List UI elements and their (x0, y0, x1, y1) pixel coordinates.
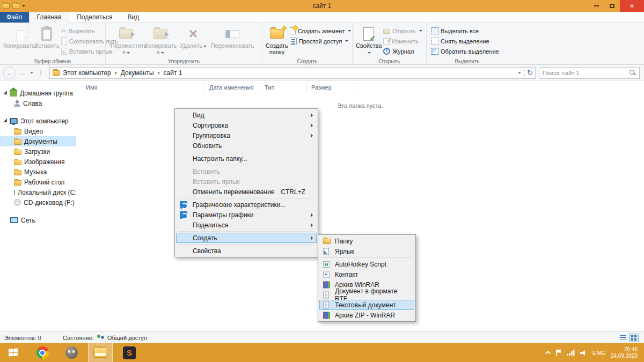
menu-item-customize-folder[interactable]: Настроить папку... (176, 153, 317, 164)
sidebar-item-this-pc[interactable]: Этот компьютер (0, 116, 76, 126)
start-button[interactable] (0, 343, 26, 362)
tab-share[interactable]: Поделиться (69, 12, 120, 23)
icons-view-button[interactable] (629, 334, 639, 342)
history-button[interactable]: Журнал (382, 46, 423, 56)
expand-arrow-icon[interactable] (3, 91, 7, 94)
up-button[interactable]: ↑ (34, 67, 47, 79)
sidebar-item-desktop[interactable]: Рабочий стол (0, 177, 76, 187)
sidebar-item-user[interactable]: Слава (0, 98, 76, 108)
forward-button[interactable]: → (16, 67, 29, 79)
taskbar-chrome[interactable] (30, 343, 55, 362)
properties-button[interactable]: Свойства (356, 24, 382, 55)
open-icon (383, 29, 390, 34)
language-indicator[interactable]: ENG (592, 350, 605, 356)
submenu-item-contact[interactable]: Контакт (319, 269, 414, 279)
delete-button[interactable]: Удалить (178, 24, 209, 49)
dropdown-caret-icon (203, 46, 207, 47)
expand-arrow-icon[interactable] (3, 119, 7, 122)
recent-locations-icon[interactable] (30, 72, 33, 74)
sidebar-item-documents[interactable]: Документы (0, 136, 76, 146)
breadcrumb[interactable]: Этот компьютер Документы сайт 1 (49, 67, 536, 79)
search-icon[interactable] (629, 69, 636, 76)
breadcrumb-separator-icon[interactable] (158, 71, 160, 75)
copy-to-button[interactable]: Копировать в (143, 24, 178, 55)
breadcrumb-documents[interactable]: Документы (118, 69, 157, 77)
tab-home[interactable]: Главная (29, 12, 70, 23)
sidebar-item-videos[interactable]: Видео (0, 126, 76, 136)
address-dropdown-button[interactable] (515, 68, 524, 78)
column-header-date[interactable]: Дата изменения (205, 82, 260, 93)
menu-item-sort[interactable]: Сортировка (176, 120, 317, 130)
volume-icon[interactable] (580, 350, 587, 356)
refresh-button[interactable] (524, 68, 535, 78)
menu-item-paste-shortcut[interactable]: Вставить ярлык (176, 176, 317, 187)
breadcrumb-separator-icon[interactable] (115, 71, 117, 75)
menu-separator (178, 152, 314, 152)
menu-item-new[interactable]: Создать (176, 233, 317, 243)
menu-item-share[interactable]: Поделиться (176, 220, 317, 230)
select-all-button[interactable]: Выделить все (430, 26, 501, 36)
menu-item-view[interactable]: Вид (176, 110, 317, 120)
state-value: Общий доступ (107, 335, 147, 341)
easy-access-button[interactable]: Простой доступ (288, 36, 353, 46)
taskbar-sublime[interactable] (117, 343, 142, 362)
submenu-item-folder[interactable]: Папку (319, 236, 414, 246)
open-button[interactable]: Открыть (382, 26, 423, 36)
new-folder-button[interactable]: Создать папку (266, 24, 288, 55)
edit-button[interactable]: Изменить (382, 36, 423, 46)
close-button[interactable] (620, 0, 644, 12)
taskbar-gimp[interactable] (59, 343, 84, 362)
select-none-button[interactable]: Снять выделение (430, 36, 501, 46)
sidebar-item-downloads[interactable]: Загрузки (0, 146, 76, 157)
network-signal-icon[interactable] (567, 350, 575, 356)
sidebar-item-homegroup[interactable]: Домашняя группа (0, 88, 76, 98)
submenu-item-autohotkey[interactable]: AutoHotkey Script (319, 259, 414, 269)
move-to-button[interactable]: Переместить в (109, 24, 143, 55)
sidebar-item-music[interactable]: Музыка (0, 167, 76, 177)
rename-button[interactable]: Переименовать (209, 24, 256, 49)
menu-item-refresh[interactable]: Обновить (176, 141, 317, 151)
qat-folder-icon[interactable] (12, 3, 19, 9)
menu-item-group[interactable]: Группировка (176, 130, 317, 141)
copy-path-icon (61, 38, 67, 45)
menu-item-properties[interactable]: Свойства (176, 246, 317, 256)
breadcrumb-this-pc[interactable]: Этот компьютер (60, 69, 114, 77)
dropdown-caret-icon (161, 52, 164, 54)
invert-selection-button[interactable]: Обратить выделение (430, 46, 501, 56)
column-header-type[interactable]: Тип (260, 82, 307, 93)
qat-dropdown-icon[interactable] (22, 5, 25, 7)
menu-item-undo-rename[interactable]: Отменить переименованиеCTRL+Z (176, 187, 317, 197)
menu-separator (178, 231, 314, 232)
sidebar-item-pictures[interactable]: Изображения (0, 157, 76, 167)
submenu-item-rtf-document[interactable]: Документ в формате RTF (319, 290, 414, 300)
details-view-button[interactable] (618, 334, 627, 342)
taskbar-explorer[interactable] (88, 343, 113, 362)
paste-button[interactable]: Вставить (34, 24, 60, 49)
submenu-item-zip-archive[interactable]: Архив ZIP - WinRAR (319, 310, 414, 320)
new-item-button[interactable]: Создать элемент (288, 26, 353, 36)
column-header-name[interactable]: Имя (76, 82, 205, 93)
sidebar-item-network[interactable]: Сеть (0, 215, 76, 225)
maximize-button[interactable] (604, 0, 620, 12)
submenu-arrow-icon (311, 213, 313, 217)
copy-button[interactable]: Копировать (3, 24, 34, 49)
sidebar-item-local-disk[interactable]: Локальный диск (C: (0, 187, 76, 197)
back-button[interactable]: ← (3, 67, 16, 79)
sidebar-item-cd-drive[interactable]: CD-дисковод (F:) (0, 197, 76, 208)
navigation-pane: Домашняя группа Слава Этот компьютер Вид… (0, 82, 76, 331)
submenu-item-shortcut[interactable]: Ярлык (319, 246, 414, 256)
submenu-item-text-document[interactable]: Текстовый документ (319, 300, 414, 310)
tab-file[interactable]: Файл (0, 12, 29, 23)
taskbar-clock[interactable]: 20:46 24.09.2020 (611, 346, 640, 359)
column-header-size[interactable]: Размер (307, 82, 354, 93)
intel-graphics-icon (180, 201, 187, 209)
minimize-button[interactable] (589, 0, 604, 12)
menu-item-graphics-properties[interactable]: Графические характеристики... (176, 200, 317, 210)
hidden-icons-chevron-icon[interactable] (545, 351, 551, 356)
breadcrumb-current[interactable]: сайт 1 (160, 69, 186, 77)
menu-item-graphics-options[interactable]: Параметры графики (176, 210, 317, 220)
menu-item-paste[interactable]: Вставить (176, 166, 317, 176)
tab-view[interactable]: Вид (120, 12, 147, 23)
action-center-icon[interactable] (556, 350, 561, 356)
search-input[interactable] (539, 70, 629, 76)
